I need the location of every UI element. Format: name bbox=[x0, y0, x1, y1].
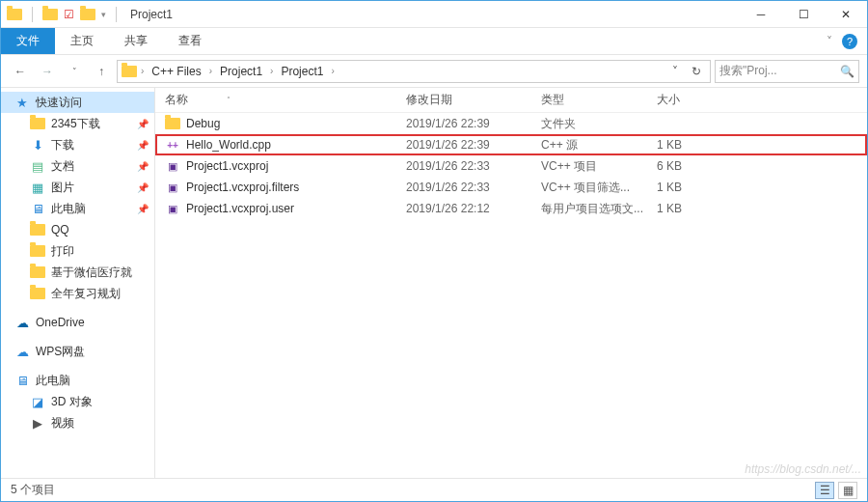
tab-share[interactable]: 共享 bbox=[109, 28, 163, 54]
onedrive-icon: ☁ bbox=[14, 315, 30, 330]
col-name[interactable]: 名称 bbox=[165, 92, 188, 108]
qat-newfolder-icon[interactable] bbox=[80, 9, 95, 20]
address-bar[interactable]: › C++ Files › Project1 › Project1 › ˅ ↻ bbox=[117, 60, 711, 83]
nav-label: 打印 bbox=[51, 243, 74, 260]
close-button[interactable]: ✕ bbox=[825, 1, 867, 28]
help-icon[interactable]: ? bbox=[842, 34, 857, 49]
folder-icon bbox=[30, 288, 45, 299]
file-rows: Debug2019/1/26 22:39文件夹++Hello_World.cpp… bbox=[155, 113, 867, 478]
ribbon-tabs: 文件 主页 共享 查看 ˅ ? bbox=[1, 28, 867, 55]
file-row[interactable]: ▣Project1.vcxproj2019/1/26 22:33VC++ 项目6… bbox=[155, 155, 867, 177]
search-icon: 🔍 bbox=[840, 65, 854, 78]
nav-item[interactable]: 基于微信医疗就 bbox=[1, 262, 154, 283]
pictures-icon: ▦ bbox=[30, 180, 45, 195]
chevron-right-icon[interactable]: › bbox=[329, 66, 336, 76]
forward-button[interactable]: → bbox=[36, 60, 59, 83]
pc-icon: 🖥 bbox=[14, 373, 30, 388]
file-row[interactable]: Debug2019/1/26 22:39文件夹 bbox=[155, 113, 867, 134]
file-row[interactable]: ▣Project1.vcxproj.user2019/1/26 22:12每用户… bbox=[155, 198, 867, 219]
folder-icon bbox=[30, 245, 45, 257]
view-details-button[interactable]: ☰ bbox=[815, 482, 834, 499]
address-dropdown-icon[interactable]: ˅ bbox=[665, 65, 685, 78]
file-row[interactable]: ▣Project1.vcxproj.filters2019/1/26 22:33… bbox=[155, 177, 867, 198]
qat-properties-icon[interactable]: ☑ bbox=[64, 8, 74, 21]
breadcrumb[interactable]: C++ Files bbox=[148, 65, 204, 78]
col-type[interactable]: 类型 bbox=[541, 92, 657, 108]
nav-thispc[interactable]: 🖥此电脑 bbox=[1, 370, 154, 391]
nav-label: 视频 bbox=[51, 415, 74, 432]
nav-label: 此电脑 bbox=[36, 373, 70, 389]
file-type: 每用户项目选项文... bbox=[541, 201, 657, 217]
nav-item[interactable]: 2345下载📌 bbox=[1, 113, 154, 134]
address-folder-icon bbox=[122, 66, 137, 77]
chevron-right-icon[interactable]: › bbox=[139, 66, 146, 76]
ribbon-expand-icon[interactable]: ˅ bbox=[827, 35, 832, 48]
nav-label: 此电脑 bbox=[51, 201, 86, 217]
maximize-button[interactable]: ☐ bbox=[782, 1, 825, 28]
col-size[interactable]: 大小 bbox=[657, 92, 734, 108]
back-button[interactable]: ← bbox=[9, 60, 32, 83]
file-date: 2019/1/26 22:33 bbox=[406, 181, 541, 194]
tab-home[interactable]: 主页 bbox=[55, 28, 109, 54]
chevron-right-icon[interactable]: › bbox=[268, 66, 275, 76]
col-date[interactable]: 修改日期 bbox=[406, 92, 541, 108]
vcproj-icon: ▣ bbox=[165, 180, 180, 195]
view-icons-button[interactable]: ▦ bbox=[838, 482, 857, 499]
breadcrumb[interactable]: Project1 bbox=[277, 65, 327, 78]
file-list-pane: 名称˄ 修改日期 类型 大小 Debug2019/1/26 22:39文件夹++… bbox=[155, 88, 867, 478]
file-name: Project1.vcxproj.filters bbox=[186, 181, 299, 194]
tab-view[interactable]: 查看 bbox=[163, 28, 217, 54]
nav-label: 全年复习规划 bbox=[51, 286, 121, 302]
nav-item[interactable]: ▤文档📌 bbox=[1, 155, 154, 177]
nav-label: 2345下载 bbox=[51, 116, 100, 132]
app-icon bbox=[7, 9, 22, 20]
file-type: 文件夹 bbox=[541, 116, 657, 132]
file-name: Project1.vcxproj.user bbox=[186, 202, 294, 215]
pin-icon: 📌 bbox=[137, 182, 149, 193]
file-date: 2019/1/26 22:39 bbox=[406, 117, 541, 130]
nav-label: 文档 bbox=[51, 158, 74, 175]
file-size: 6 KB bbox=[657, 159, 734, 173]
navigation-pane: ★ 快速访问 2345下载📌 ⬇下载📌 ▤文档📌 ▦图片📌 🖥此电脑📌 QQ 打… bbox=[1, 88, 155, 478]
video-icon: ▶ bbox=[30, 415, 45, 431]
nav-item[interactable]: 打印 bbox=[1, 240, 154, 262]
item-count: 5 个项目 bbox=[11, 482, 55, 498]
up-button[interactable]: ↑ bbox=[90, 60, 113, 83]
nav-item[interactable]: 🖥此电脑📌 bbox=[1, 198, 154, 219]
nav-item[interactable]: QQ bbox=[1, 219, 154, 240]
tab-file[interactable]: 文件 bbox=[1, 28, 55, 54]
folder-icon bbox=[30, 224, 45, 236]
window-title: Project1 bbox=[130, 8, 173, 21]
minimize-button[interactable]: ─ bbox=[740, 1, 782, 28]
nav-wps[interactable]: ☁WPS网盘 bbox=[1, 341, 154, 362]
nav-quick-access[interactable]: ★ 快速访问 bbox=[1, 92, 154, 113]
qat-open-icon[interactable] bbox=[42, 9, 58, 20]
nav-label: 3D 对象 bbox=[51, 394, 93, 410]
document-icon: ▤ bbox=[30, 158, 45, 174]
recent-dropdown[interactable]: ˅ bbox=[63, 60, 86, 83]
file-row[interactable]: ++Hello_World.cpp2019/1/26 22:39C++ 源1 K… bbox=[155, 134, 867, 155]
status-bar: 5 个项目 ☰ ▦ bbox=[1, 478, 867, 501]
qat-dropdown-icon[interactable]: ▾ bbox=[101, 10, 106, 19]
search-placeholder: 搜索"Proj... bbox=[719, 63, 777, 79]
chevron-right-icon[interactable]: › bbox=[207, 66, 214, 76]
folder-icon bbox=[165, 118, 180, 129]
file-date: 2019/1/26 22:39 bbox=[406, 138, 541, 152]
breadcrumb[interactable]: Project1 bbox=[216, 65, 266, 78]
nav-item[interactable]: ▦图片📌 bbox=[1, 177, 154, 198]
nav-item[interactable]: ⬇下载📌 bbox=[1, 134, 154, 155]
vcproj-icon: ▣ bbox=[165, 201, 180, 216]
nav-onedrive[interactable]: ☁OneDrive bbox=[1, 312, 154, 333]
file-type: VC++ 项目 bbox=[541, 158, 657, 175]
nav-label: 快速访问 bbox=[36, 95, 82, 111]
nav-item[interactable]: 全年复习规划 bbox=[1, 283, 154, 304]
pc-icon: 🖥 bbox=[30, 201, 45, 216]
refresh-icon[interactable]: ↻ bbox=[687, 65, 706, 78]
vcproj-icon: ▣ bbox=[165, 158, 180, 174]
nav-item[interactable]: ◪3D 对象 bbox=[1, 391, 154, 412]
search-input[interactable]: 搜索"Proj... 🔍 bbox=[715, 60, 859, 83]
nav-item[interactable]: ▶视频 bbox=[1, 412, 154, 433]
file-type: C++ 源 bbox=[541, 137, 657, 153]
file-size: 1 KB bbox=[657, 181, 734, 194]
download-icon: ⬇ bbox=[30, 137, 45, 153]
